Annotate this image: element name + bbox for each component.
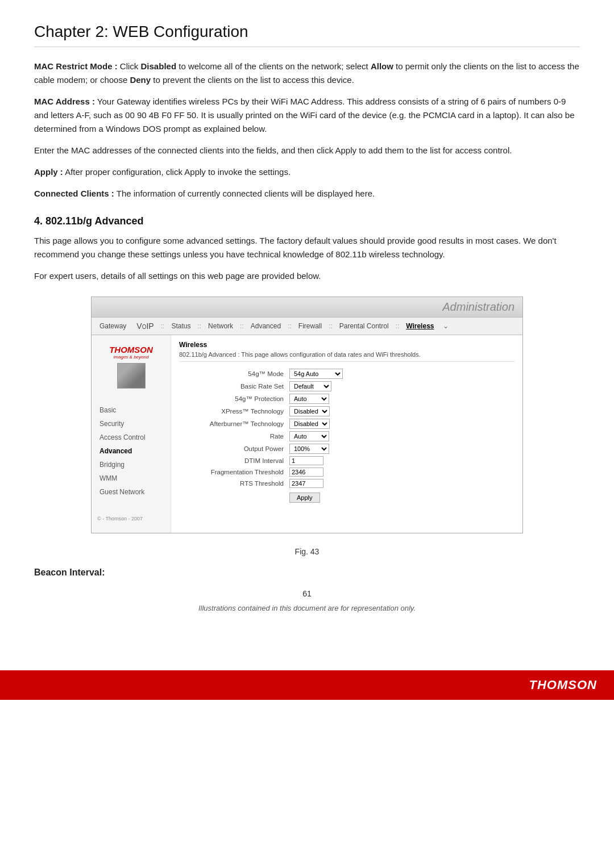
nav-sep4: :: <box>288 322 292 330</box>
label-afterburner-tech: Afterburner™ Technology <box>179 418 287 430</box>
table-row: Rate Auto 1 2 5.5 11 54 <box>179 430 515 443</box>
input-frag-threshold[interactable] <box>289 468 323 477</box>
router-body: THOMSON images & beyond Basic Security A… <box>92 335 522 533</box>
section-title-advanced: 4. 802.11b/g Advanced <box>34 215 580 227</box>
apply-spacer <box>179 489 287 504</box>
apply-button[interactable]: Apply <box>289 493 320 503</box>
footer-thomson-logo: THOMSON <box>529 678 597 692</box>
settings-table: 54g™ Mode 54g Auto 54g Only 54g LRS 802.… <box>179 368 515 504</box>
value-xpress-tech[interactable]: Disabled Enabled <box>287 405 515 418</box>
wireless-section-title: Wireless <box>179 341 515 349</box>
nav-voip[interactable]: VoIP <box>133 320 157 332</box>
nav-status[interactable]: Status <box>168 320 194 332</box>
label-rate: Rate <box>179 430 287 443</box>
router-nav-bar: Gateway VoIP :: Status :: Network :: Adv… <box>92 318 522 335</box>
nav-dropdown-icon[interactable]: ⌄ <box>443 322 449 330</box>
nav-advanced[interactable]: Advanced <box>247 320 284 332</box>
table-row: XPress™ Technology Disabled Enabled <box>179 405 515 418</box>
value-54g-protection[interactable]: Auto Off <box>287 393 515 405</box>
nav-sep2: :: <box>197 322 201 330</box>
label-54g-mode: 54g™ Mode <box>179 368 287 380</box>
table-row: Afterburner™ Technology Disabled Enabled <box>179 418 515 430</box>
nav-firewall[interactable]: Firewall <box>295 320 325 332</box>
mac-entry-paragraph: Enter the MAC addresses of the connected… <box>34 144 580 157</box>
value-rts-threshold[interactable] <box>287 478 515 489</box>
nav-sep5: :: <box>329 322 333 330</box>
value-frag-threshold[interactable] <box>287 466 515 478</box>
table-row: DTIM Interval <box>179 455 515 466</box>
nav-wireless[interactable]: Wireless <box>403 320 437 332</box>
sidebar-item-bridging[interactable]: Bridging <box>92 458 171 471</box>
label-rts-threshold: RTS Threshold <box>179 478 287 489</box>
label-basic-rate-set: Basic Rate Set <box>179 380 287 393</box>
mac-restrict-mode-paragraph: MAC Restrict Mode : Click Disabled to we… <box>34 60 580 87</box>
label-frag-threshold: Fragmentation Threshold <box>179 466 287 478</box>
nav-gateway[interactable]: Gateway <box>96 320 130 332</box>
chapter-title: Chapter 2: WEB Configuration <box>34 23 580 47</box>
router-ui-screenshot: Administration Gateway VoIP :: Status ::… <box>91 297 523 533</box>
select-xpress-tech[interactable]: Disabled Enabled <box>289 406 330 416</box>
select-54g-mode[interactable]: 54g Auto 54g Only 54g LRS 802.11b Only <box>289 369 343 379</box>
table-row: 54g™ Mode 54g Auto 54g Only 54g LRS 802.… <box>179 368 515 380</box>
label-dtim-interval: DTIM Interval <box>179 455 287 466</box>
thomson-logo-text: THOMSON <box>109 345 153 354</box>
nav-sep3: :: <box>240 322 244 330</box>
footer-italic-text: Illustrations contained in this document… <box>34 604 580 612</box>
value-output-power[interactable]: 100% 75% 50% 25% <box>287 443 515 455</box>
fig-caption: Fig. 43 <box>34 547 580 556</box>
table-row-apply: Apply <box>179 489 515 504</box>
select-rate[interactable]: Auto 1 2 5.5 11 54 <box>289 431 329 441</box>
expert-users-paragraph: For expert users, details of all setting… <box>34 269 580 283</box>
sidebar-copyright: © - Thomson - 2007 <box>92 510 171 527</box>
nav-network[interactable]: Network <box>205 320 237 332</box>
sidebar-menu: Basic Security Access Control Advanced B… <box>92 403 171 499</box>
value-basic-rate-set[interactable]: Default All 1-2 Mbps <box>287 380 515 393</box>
label-xpress-tech: XPress™ Technology <box>179 405 287 418</box>
sidebar-item-access-control[interactable]: Access Control <box>92 431 171 444</box>
router-logo-area: THOMSON images & beyond <box>92 341 171 399</box>
advanced-intro-paragraph: This page allows you to configure some a… <box>34 234 580 261</box>
sidebar-item-basic[interactable]: Basic <box>92 403 171 417</box>
router-header: Administration <box>92 297 522 318</box>
select-afterburner-tech[interactable]: Disabled Enabled <box>289 419 330 429</box>
thomson-logo-tagline: images & beyond <box>97 355 165 360</box>
table-row: RTS Threshold <box>179 478 515 489</box>
select-output-power[interactable]: 100% 75% 50% 25% <box>289 444 329 454</box>
sidebar-avatar <box>117 363 146 389</box>
apply-cell[interactable]: Apply <box>287 489 515 504</box>
table-row: Output Power 100% 75% 50% 25% <box>179 443 515 455</box>
connected-clients-paragraph: Connected Clients : The information of c… <box>34 187 580 201</box>
input-rts-threshold[interactable] <box>289 479 323 488</box>
input-dtim-interval[interactable] <box>289 456 323 465</box>
nav-sep6: :: <box>396 322 400 330</box>
sidebar-item-wmm[interactable]: WMM <box>92 471 171 485</box>
value-dtim-interval[interactable] <box>287 455 515 466</box>
router-main-panel: Wireless 802.11b/g Advanced : This page … <box>171 335 522 533</box>
sidebar-item-security[interactable]: Security <box>92 417 171 431</box>
table-row: 54g™ Protection Auto Off <box>179 393 515 405</box>
router-description: 802.11b/g Advanced : This page allows co… <box>179 351 515 362</box>
avatar-placeholder <box>118 363 145 389</box>
select-basic-rate-set[interactable]: Default All 1-2 Mbps <box>289 381 331 391</box>
footer-bar: THOMSON <box>0 670 614 700</box>
thomson-logo-small: THOMSON images & beyond <box>97 345 165 360</box>
sidebar-item-advanced[interactable]: Advanced <box>92 444 171 458</box>
admin-title: Administration <box>442 301 515 314</box>
select-54g-protection[interactable]: Auto Off <box>289 394 329 404</box>
value-afterburner-tech[interactable]: Disabled Enabled <box>287 418 515 430</box>
apply-paragraph: Apply : After proper configuration, clic… <box>34 165 580 179</box>
nav-parental-control[interactable]: Parental Control <box>336 320 392 332</box>
beacon-interval-label: Beacon Interval: <box>34 567 580 578</box>
value-rate[interactable]: Auto 1 2 5.5 11 54 <box>287 430 515 443</box>
mac-address-paragraph: MAC Address : Your Gateway identifies wi… <box>34 95 580 136</box>
nav-sep1: :: <box>161 322 165 330</box>
sidebar-item-guest-network[interactable]: Guest Network <box>92 485 171 499</box>
label-54g-protection: 54g™ Protection <box>179 393 287 405</box>
label-output-power: Output Power <box>179 443 287 455</box>
value-54g-mode[interactable]: 54g Auto 54g Only 54g LRS 802.11b Only <box>287 368 515 380</box>
table-row: Basic Rate Set Default All 1-2 Mbps <box>179 380 515 393</box>
page-number: 61 <box>34 589 580 598</box>
router-sidebar: THOMSON images & beyond Basic Security A… <box>92 335 171 533</box>
table-row: Fragmentation Threshold <box>179 466 515 478</box>
